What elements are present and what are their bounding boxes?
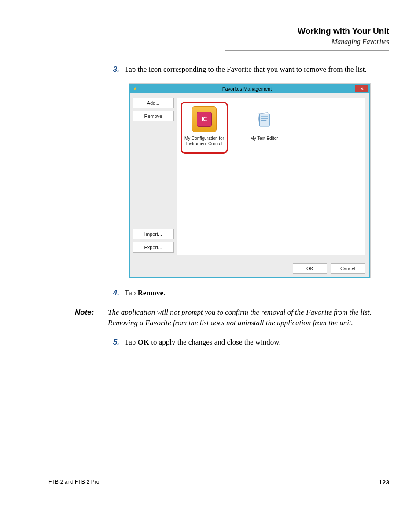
page-number: 123 <box>379 479 389 486</box>
favorite-tile-instrument-control[interactable]: IC My Configuration for Instrument Contr… <box>181 103 227 147</box>
section-subtitle: Managing Favorites <box>225 38 389 46</box>
sidebar: Add... Remove Import... Export... <box>130 93 177 260</box>
note-block: Note: The application will not prompt yo… <box>75 307 389 328</box>
text-editor-icon <box>252 107 276 132</box>
tile-label: My Text Editor <box>241 136 287 141</box>
step-3: 3. Tap the icon corresponding to the Fav… <box>108 65 389 75</box>
remove-button[interactable]: Remove <box>133 111 174 121</box>
note-text: The application will not prompt you to c… <box>108 307 389 328</box>
step-number: 3. <box>108 65 125 75</box>
step-text: Tap OK to apply the changes and close th… <box>125 338 389 348</box>
step-4: 4. Tap Remove. <box>108 288 389 298</box>
page-header: Working with Your Unit Managing Favorite… <box>225 26 389 51</box>
tile-label: My Configuration for Instrument Control <box>181 136 227 147</box>
import-button[interactable]: Import... <box>133 229 174 239</box>
step-text: Tap Remove. <box>125 288 389 298</box>
page-footer: FTB-2 and FTB-2 Pro 123 <box>48 476 389 486</box>
favorite-tile-text-editor[interactable]: My Text Editor <box>241 103 287 141</box>
step-number: 4. <box>108 288 125 298</box>
window-titlebar: ★ Favorites Management ✕ <box>130 84 369 93</box>
favorites-star-icon: ★ <box>132 85 139 92</box>
instrument-control-icon: IC <box>192 106 217 132</box>
export-button[interactable]: Export... <box>133 242 174 253</box>
step-5: 5. Tap OK to apply the changes and close… <box>108 338 389 348</box>
step-text: Tap the icon corresponding to the Favori… <box>125 65 389 75</box>
section-title: Working with Your Unit <box>225 26 389 36</box>
note-label: Note: <box>75 307 108 328</box>
window-title: Favorites Management <box>139 86 355 92</box>
doc-name: FTB-2 and FTB-2 Pro <box>48 479 99 486</box>
close-icon[interactable]: ✕ <box>355 85 368 92</box>
favorites-content: IC My Configuration for Instrument Contr… <box>177 98 365 255</box>
ok-button[interactable]: OK <box>293 263 327 274</box>
svg-rect-1 <box>260 114 270 126</box>
step-number: 5. <box>108 338 125 348</box>
window-footer: OK Cancel <box>130 260 369 277</box>
cancel-button[interactable]: Cancel <box>331 263 365 274</box>
add-button[interactable]: Add... <box>133 98 174 108</box>
screenshot-window: ★ Favorites Management ✕ Add... Remove I… <box>129 84 370 278</box>
